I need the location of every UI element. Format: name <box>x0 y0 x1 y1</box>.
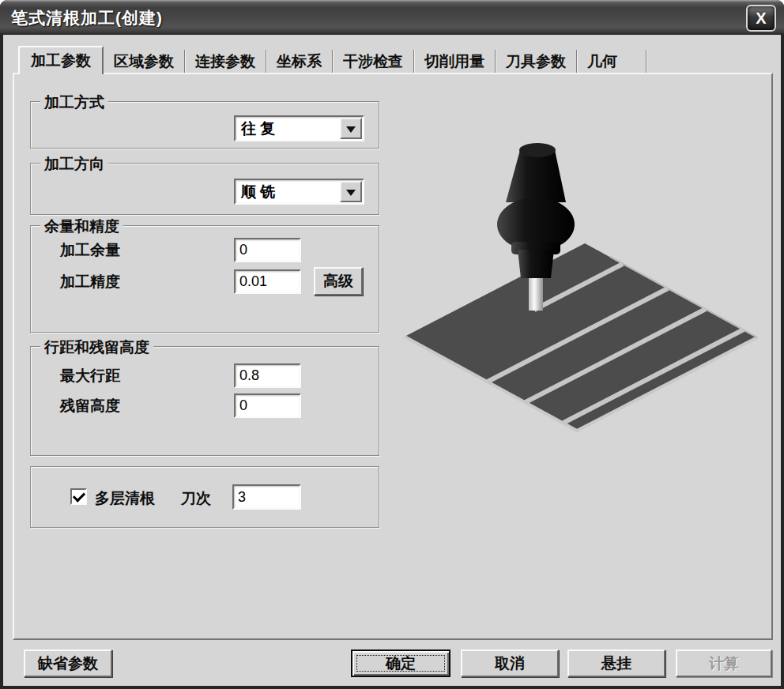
titlebar[interactable]: 笔式清根加工(创建) X <box>0 0 784 35</box>
tab-connection-params[interactable]: 连接参数 <box>185 50 266 73</box>
tool-shank <box>529 273 543 311</box>
workpiece-surface <box>405 243 757 431</box>
chevron-down-icon <box>346 126 356 137</box>
tab-region-params[interactable]: 区域参数 <box>104 50 185 73</box>
group-allowance-precision-title: 余量和精度 <box>40 216 123 237</box>
passes-input[interactable] <box>232 484 301 510</box>
group-stepover-scallop-title: 行距和残留高度 <box>40 337 153 358</box>
close-icon: X <box>756 9 766 28</box>
scallop-height-input[interactable] <box>234 393 301 418</box>
machining-allowance-input[interactable] <box>234 238 301 262</box>
advanced-button[interactable]: 高级 <box>314 267 363 296</box>
machining-precision-input[interactable] <box>234 269 301 294</box>
machining-direction-dropdown[interactable]: 顺 铣 <box>234 179 364 205</box>
group-stepover-scallop: 行距和残留高度 最大行距 残留高度 <box>30 346 379 456</box>
tab-coordinate-system[interactable]: 坐标系 <box>266 50 333 73</box>
suspend-button[interactable]: 悬挂 <box>567 649 665 677</box>
tab-machining-params[interactable]: 加工参数 <box>18 46 104 74</box>
multilayer-checkbox[interactable] <box>70 488 87 505</box>
group-machining-method-title: 加工方式 <box>40 92 108 113</box>
group-multilayer: 多层清根 刀次 <box>30 466 379 528</box>
machining-precision-label: 加工精度 <box>60 272 120 292</box>
max-stepover-label: 最大行距 <box>60 366 120 386</box>
machining-direction-dropdown-button[interactable] <box>340 181 362 202</box>
machining-method-dropdown-button[interactable] <box>340 118 362 139</box>
machining-direction-value: 顺 铣 <box>241 180 275 203</box>
window-title: 笔式清根加工(创建) <box>11 7 163 29</box>
passes-label: 刀次 <box>181 488 211 509</box>
tool-cap <box>519 143 556 157</box>
default-params-button[interactable]: 缺省参数 <box>24 649 112 677</box>
machining-preview-illustration <box>387 126 767 450</box>
tool-lower-cylinder <box>518 250 554 278</box>
dialog-window: 笔式清根加工(创建) X 加工参数 区域参数 连接参数 坐标系 干涉检查 切削用… <box>0 0 784 689</box>
chevron-down-icon <box>346 190 356 201</box>
ok-button[interactable]: 确定 <box>351 649 450 677</box>
tool-cone <box>506 150 566 202</box>
group-machining-direction-title: 加工方向 <box>40 154 108 175</box>
tab-bar: 加工参数 区域参数 连接参数 坐标系 干涉检查 切削用量 刀具参数 几何 <box>18 46 646 73</box>
group-machining-direction: 加工方向 顺 铣 <box>30 163 379 215</box>
tab-interference-check[interactable]: 干涉检查 <box>333 50 414 73</box>
tab-geometry[interactable]: 几何 <box>577 50 646 73</box>
tab-tool-params[interactable]: 刀具参数 <box>496 50 577 73</box>
close-button[interactable]: X <box>746 5 776 32</box>
max-stepover-input[interactable] <box>234 363 301 388</box>
multilayer-checkbox-label: 多层清根 <box>95 488 155 509</box>
calculate-button: 计算 <box>676 649 772 677</box>
machining-method-dropdown[interactable]: 往 复 <box>234 115 364 141</box>
cancel-button[interactable]: 取消 <box>461 649 559 677</box>
scallop-height-label: 残留高度 <box>60 396 120 416</box>
dialog-body: 加工参数 区域参数 连接参数 坐标系 干涉检查 切削用量 刀具参数 几何 加工方… <box>3 35 781 686</box>
machining-method-value: 往 复 <box>241 117 275 140</box>
tab-cutting-parameters[interactable]: 切削用量 <box>414 50 496 73</box>
group-allowance-precision: 余量和精度 加工余量 加工精度 高级 <box>30 225 379 333</box>
machining-allowance-label: 加工余量 <box>60 240 120 261</box>
group-machining-method: 加工方式 往 复 <box>30 101 379 149</box>
